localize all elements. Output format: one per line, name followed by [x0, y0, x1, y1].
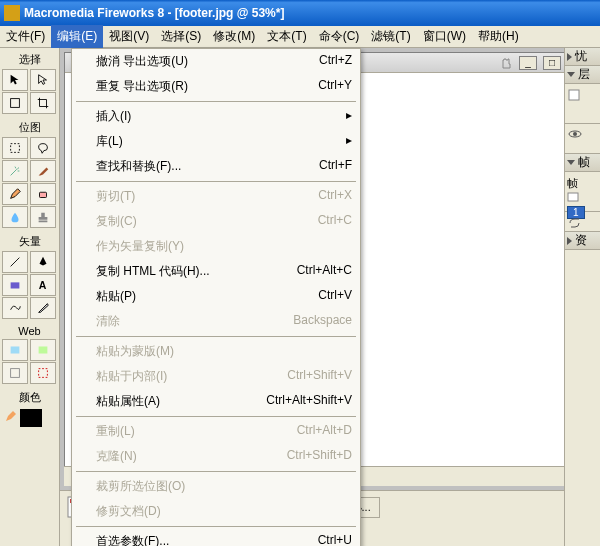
scale-tool[interactable] — [2, 92, 28, 114]
tool-section-select: 选择 — [2, 50, 57, 69]
menu-item[interactable]: 库(L)▸ — [72, 129, 360, 154]
menu-item[interactable]: 插入(I)▸ — [72, 104, 360, 129]
blur-tool[interactable] — [2, 206, 28, 228]
svg-rect-2 — [40, 192, 47, 197]
menu-help[interactable]: 帮助(H) — [472, 25, 525, 48]
brush-tool[interactable] — [30, 160, 56, 182]
marquee-tool[interactable] — [2, 137, 28, 159]
menu-modify[interactable]: 修改(M) — [207, 25, 261, 48]
slice-tool[interactable] — [30, 339, 56, 361]
menu-item[interactable]: 首选参数(F)...Ctrl+U — [72, 529, 360, 546]
menu-item[interactable]: 粘贴属性(A)Ctrl+Alt+Shift+V — [72, 389, 360, 414]
line-tool[interactable] — [2, 251, 28, 273]
titlebar: Macromedia Fireworks 8 - [footer.jpg @ 5… — [0, 0, 600, 26]
hand-icon[interactable] — [499, 56, 513, 70]
panel-assets[interactable]: 资 — [565, 232, 600, 250]
minimize-doc-button[interactable]: _ — [519, 56, 537, 70]
menu-item: 剪切(T)Ctrl+X — [72, 184, 360, 209]
svg-rect-13 — [568, 193, 578, 201]
svg-rect-7 — [39, 347, 48, 354]
pen-tool[interactable] — [30, 251, 56, 273]
pencil-tool[interactable] — [2, 183, 28, 205]
svg-rect-6 — [11, 347, 20, 354]
hotspot-tool[interactable] — [2, 339, 28, 361]
menu-item[interactable]: 复制 HTML 代码(H)...Ctrl+Alt+C — [72, 259, 360, 284]
panel-layers[interactable]: 层 — [565, 66, 600, 84]
panel-optimize[interactable]: 忧 — [565, 48, 600, 66]
menu-item: 粘贴为蒙版(M) — [72, 339, 360, 364]
maximize-doc-button[interactable]: □ — [543, 56, 561, 70]
svg-text:A: A — [39, 279, 47, 291]
eraser-tool[interactable] — [30, 183, 56, 205]
svg-rect-9 — [39, 369, 48, 378]
edit-dropdown-menu: 撤消 导出选项(U)Ctrl+Z重复 导出选项(R)Ctrl+Y插入(I)▸库(… — [71, 48, 361, 546]
menu-file[interactable]: 文件(F) — [0, 25, 51, 48]
menu-text[interactable]: 文本(T) — [261, 25, 312, 48]
loop-icon[interactable] — [567, 216, 587, 230]
rect-tool[interactable] — [2, 274, 28, 296]
menu-item: 重制(L)Ctrl+Alt+D — [72, 419, 360, 444]
checkbox-icon[interactable] — [567, 192, 579, 202]
menubar: 文件(F) 编辑(E) 视图(V) 选择(S) 修改(M) 文本(T) 命令(C… — [0, 26, 600, 48]
menu-select[interactable]: 选择(S) — [155, 25, 207, 48]
menu-item: 粘贴于内部(I)Ctrl+Shift+V — [72, 364, 360, 389]
lasso-tool[interactable] — [30, 137, 56, 159]
crop-tool[interactable] — [30, 92, 56, 114]
panel-frames[interactable]: 帧 — [565, 154, 600, 172]
show-slice-tool[interactable] — [30, 362, 56, 384]
wand-tool[interactable] — [2, 160, 28, 182]
menu-item: 克隆(N)Ctrl+Shift+D — [72, 444, 360, 469]
menu-window[interactable]: 窗口(W) — [417, 25, 472, 48]
menu-item: 裁剪所选位图(O) — [72, 474, 360, 499]
menu-edit[interactable]: 编辑(E) — [51, 25, 103, 48]
subselect-tool[interactable] — [30, 69, 56, 91]
menu-item: 复制(C)Ctrl+C — [72, 209, 360, 234]
svg-rect-1 — [11, 144, 20, 153]
freeform-tool[interactable] — [2, 297, 28, 319]
app-icon — [4, 5, 20, 21]
svg-point-12 — [573, 132, 577, 136]
pencil-icon — [4, 409, 18, 423]
stamp-tool[interactable] — [30, 206, 56, 228]
page-icon[interactable] — [567, 88, 583, 102]
window-title: Macromedia Fireworks 8 - [footer.jpg @ 5… — [24, 6, 596, 20]
tool-section-bitmap: 位图 — [2, 118, 57, 137]
tool-section-vector: 矢量 — [2, 232, 57, 251]
menu-item[interactable]: 粘贴(P)Ctrl+V — [72, 284, 360, 309]
pointer-tool[interactable] — [2, 69, 28, 91]
toolbox: 选择 位图 矢量 — [0, 48, 60, 546]
text-tool[interactable]: A — [30, 274, 56, 296]
menu-item: 修剪文档(D) — [72, 499, 360, 524]
menu-item[interactable]: 查找和替换(F)...Ctrl+F — [72, 154, 360, 179]
svg-rect-0 — [11, 99, 20, 108]
hide-slice-tool[interactable] — [2, 362, 28, 384]
stroke-color-swatch[interactable] — [20, 409, 42, 427]
menu-item[interactable]: 重复 导出选项(R)Ctrl+Y — [72, 74, 360, 99]
menu-item: 清除Backspace — [72, 309, 360, 334]
svg-line-3 — [11, 258, 20, 267]
menu-view[interactable]: 视图(V) — [103, 25, 155, 48]
svg-rect-10 — [569, 90, 579, 100]
right-panels: 忧 层 帧 帧 1 资 — [564, 48, 600, 546]
menu-filters[interactable]: 滤镜(T) — [365, 25, 416, 48]
tool-section-web: Web — [2, 323, 57, 339]
frame-label: 帧 — [567, 177, 578, 189]
svg-rect-8 — [11, 369, 20, 378]
eye-icon[interactable] — [567, 129, 583, 139]
svg-rect-4 — [11, 282, 20, 288]
menu-item: 作为矢量复制(Y) — [72, 234, 360, 259]
menu-item[interactable]: 撤消 导出选项(U)Ctrl+Z — [72, 49, 360, 74]
knife-tool[interactable] — [30, 297, 56, 319]
tool-section-colors: 颜色 — [2, 388, 57, 407]
menu-commands[interactable]: 命令(C) — [313, 25, 366, 48]
